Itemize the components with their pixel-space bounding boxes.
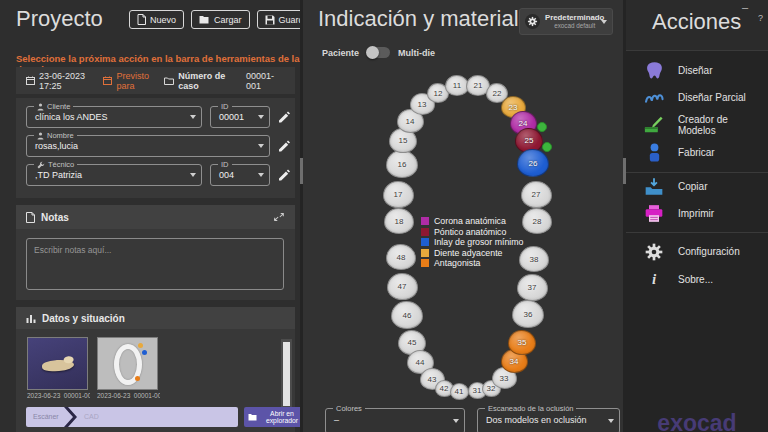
technician-select[interactable]: Técnico ,TD Patrizia: [26, 164, 202, 186]
chevron-down-icon: [258, 115, 264, 119]
minimize-button[interactable]: –: [742, 1, 748, 13]
tooth-46[interactable]: 46: [391, 301, 423, 329]
client-select[interactable]: Cliente clínica los ANDES: [26, 106, 202, 128]
new-button[interactable]: Nuevo: [129, 10, 184, 29]
colors-label: Colores: [333, 404, 365, 413]
action-model-creator[interactable]: Creador de Modelos: [626, 111, 768, 138]
arch-thumbnail[interactable]: 2023-06-23_00001-001-...: [97, 337, 158, 399]
tooth-18[interactable]: 18: [384, 208, 414, 234]
case-datetime-value: 23-06-2023 17:25: [39, 71, 103, 91]
tooth-17[interactable]: 17: [383, 181, 414, 208]
action-design[interactable]: Diseñar: [626, 57, 768, 84]
edit-name-button[interactable]: [277, 138, 293, 154]
project-title: Proyecto: [16, 6, 103, 32]
actions-panel: Acciones – ? Diseñar Diseñar Parcial Cre…: [626, 0, 768, 432]
technician-label: Técnico: [34, 160, 77, 169]
expand-icon: [273, 211, 287, 223]
edit-technician-button[interactable]: [277, 167, 293, 183]
legend-color-swatch: [421, 238, 429, 246]
workflow-progress-bar: Escáner CAD: [26, 407, 238, 427]
workflow-chevron-icon: [62, 407, 78, 427]
legend-label: Antagonista: [434, 258, 480, 268]
legend-color-swatch: [421, 249, 429, 257]
fabricate-icon: [642, 142, 666, 164]
legend-label: Póntico anatómico: [434, 227, 506, 237]
technician-id-label: ID: [218, 160, 232, 169]
action-print-label: Imprimir: [678, 208, 714, 219]
case-info-bar: 23-06-2023 17:25 Previsto para Número de…: [16, 67, 295, 94]
action-about-label: Sobre...: [678, 274, 713, 285]
chevron-down-icon: [190, 115, 196, 119]
exocad-logo: exocad: [626, 410, 768, 432]
copy-export-icon: [642, 176, 666, 198]
edit-client-button[interactable]: [277, 109, 293, 125]
new-button-label: Nuevo: [150, 15, 176, 25]
model-creator-icon: [642, 114, 666, 136]
action-configuration[interactable]: Configuración: [626, 238, 768, 265]
settings-gear-icon: [642, 241, 666, 263]
technician-id-select[interactable]: ID 004: [210, 164, 270, 186]
patient-name-select[interactable]: Nombre rosas,lucia: [26, 135, 270, 157]
name-label: Nombre: [34, 131, 77, 140]
arch-thumbnail-caption: 2023-06-23_00001-001-...: [97, 392, 160, 399]
action-configuration-label: Configuración: [678, 246, 740, 257]
case-datetime: 23-06-2023 17:25: [26, 71, 103, 91]
action-design-partial[interactable]: Diseñar Parcial: [626, 84, 768, 111]
explorer-icon: [248, 413, 257, 421]
due-date-label: Previsto para: [116, 71, 164, 91]
tooth-26[interactable]: 26: [517, 149, 549, 177]
scan-thumbnail[interactable]: 2023-06-23_00001-001...: [27, 337, 88, 399]
workflow-step-scanner: Escáner: [33, 413, 59, 420]
action-about[interactable]: i Sobre...: [626, 266, 768, 293]
tooth-36[interactable]: 36: [512, 300, 544, 328]
scan-thumbnail-image: [27, 337, 88, 390]
action-copy[interactable]: Copiar: [626, 173, 768, 200]
partial-design-icon: [642, 87, 666, 109]
load-button[interactable]: Cargar: [191, 10, 250, 29]
open-in-explorer-button[interactable]: Abrir en explorador: [244, 407, 308, 427]
data-situation-card: Datos y situación 2023-06-23_00001-001..…: [16, 307, 295, 432]
tooth-48[interactable]: 48: [386, 244, 416, 270]
bar-chart-icon: [26, 314, 36, 323]
tooth-37[interactable]: 37: [517, 274, 548, 301]
tooth-16[interactable]: 16: [386, 150, 418, 178]
colors-select[interactable]: Colores –: [325, 408, 465, 432]
printer-icon: [642, 203, 666, 225]
tooth-38[interactable]: 38: [519, 246, 549, 272]
calendar-icon: [26, 76, 35, 85]
chart-legend: Corona anatómicaPóntico anatómicoInlay d…: [421, 216, 523, 269]
client-id-select[interactable]: ID 00001: [210, 106, 270, 128]
arch-thumbnail-image: [97, 337, 158, 390]
due-date-field[interactable]: Previsto para: [103, 71, 164, 91]
connector-25-26[interactable]: [542, 142, 552, 152]
notes-input[interactable]: [26, 238, 284, 290]
tooth-35[interactable]: 35: [508, 330, 536, 355]
expand-notes-button[interactable]: [273, 210, 287, 224]
action-print[interactable]: Imprimir: [626, 200, 768, 227]
open-in-explorer-label: Abrir en explorador: [260, 410, 304, 424]
notes-card: Notas: [16, 205, 295, 300]
tooth-41[interactable]: 41: [450, 383, 469, 400]
indication-panel: Indicación y materiales Predeterminado e…: [303, 0, 623, 432]
thumbnails-scrollbar[interactable]: [281, 339, 292, 413]
data-situation-header: Datos y situación: [16, 307, 295, 329]
action-design-label: Diseñar: [678, 65, 712, 76]
client-id-label: ID: [218, 102, 232, 111]
tooth-28[interactable]: 28: [522, 208, 552, 234]
chevron-down-icon: [258, 144, 264, 148]
action-fabricate-label: Fabricar: [678, 147, 715, 158]
case-number-value: 00001-001: [246, 71, 285, 91]
connector-24-25[interactable]: [537, 122, 547, 132]
action-fabricate[interactable]: Fabricar: [626, 139, 768, 166]
occlusion-scan-select[interactable]: Escaneado de la oclusión Dos modelos en …: [477, 408, 620, 432]
chevron-down-icon: [258, 173, 264, 177]
tooth-27[interactable]: 27: [521, 181, 552, 208]
pencil-icon: [277, 169, 293, 182]
person-icon: [37, 132, 44, 140]
design-tooth-icon: [642, 60, 666, 82]
data-situation-title: Datos y situación: [42, 313, 125, 324]
tooth-47[interactable]: 47: [387, 273, 418, 300]
notes-title: Notas: [41, 212, 69, 223]
help-button[interactable]: ?: [758, 13, 763, 23]
person-icon: [37, 103, 44, 111]
